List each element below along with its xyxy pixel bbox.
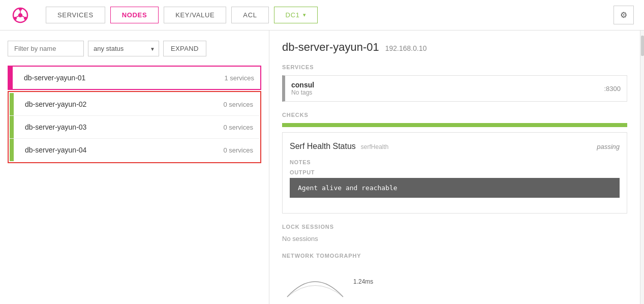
svg-point-2 bbox=[19, 8, 22, 11]
node-status-indicator bbox=[10, 139, 14, 161]
output-label: OUTPUT bbox=[290, 169, 620, 175]
svg-line-7 bbox=[16, 16, 19, 17]
right-panel: db-server-yayun-01 192.168.0.10 SERVICES… bbox=[269, 31, 640, 304]
logo bbox=[10, 5, 30, 25]
highlighted-nodes-group: db-server-yayun-02 0 services db-server-… bbox=[8, 91, 261, 163]
output-box: Agent alive and reachable bbox=[290, 178, 620, 198]
network-arc-svg bbox=[282, 264, 348, 299]
services-section-label: SERVICES bbox=[282, 64, 627, 70]
check-id: serfHealth bbox=[361, 143, 389, 150]
node-status-indicator bbox=[9, 67, 13, 89]
service-port: :8300 bbox=[604, 85, 621, 93]
network-chart-area: 1.24ms bbox=[282, 264, 627, 299]
check-name: Serf Health Status bbox=[290, 142, 356, 151]
node-status-indicator bbox=[10, 116, 14, 138]
node-item[interactable]: db-server-yayun-02 0 services bbox=[10, 93, 259, 116]
latency-value: 1.24ms bbox=[353, 278, 373, 285]
status-select-wrapper: any status passing warning critical bbox=[88, 41, 159, 56]
settings-button[interactable]: ⚙ bbox=[614, 6, 634, 24]
gear-icon: ⚙ bbox=[620, 11, 627, 19]
node-title-name: db-server-yayun-01 bbox=[282, 41, 379, 54]
checks-section: CHECKS Serf Health Status serfHealth pas… bbox=[282, 112, 627, 214]
network-tomography-section: NETWORK TOMOGRAPHY 1.24ms bbox=[282, 253, 627, 299]
left-panel: any status passing warning critical EXPA… bbox=[0, 31, 269, 304]
services-section: SERVICES consul No tags :8300 bbox=[282, 64, 627, 102]
notes-label: NOTES bbox=[290, 159, 620, 165]
top-nav: SERVICES NODES KEY/VALUE ACL DC1 ▾ ⚙ bbox=[0, 0, 644, 31]
filter-bar: any status passing warning critical EXPA… bbox=[8, 41, 261, 56]
node-title: db-server-yayun-01 192.168.0.10 bbox=[282, 41, 627, 54]
dc-nav-button[interactable]: DC1 ▾ bbox=[274, 7, 318, 23]
expand-button[interactable]: EXPAND bbox=[163, 41, 206, 56]
node-item[interactable]: db-server-yayun-04 0 services bbox=[10, 139, 259, 161]
service-name: consul bbox=[291, 81, 314, 89]
check-detail: Serf Health Status serfHealth passing NO… bbox=[282, 132, 627, 214]
check-row: Serf Health Status serfHealth passing bbox=[290, 138, 620, 155]
lock-sessions-label: LOCK SESSIONS bbox=[282, 224, 627, 230]
no-sessions-text: No sessions bbox=[282, 235, 627, 242]
svg-point-1 bbox=[18, 13, 22, 17]
node-list: db-server-yayun-01 1 services db-server-… bbox=[8, 66, 261, 163]
scroll-track[interactable] bbox=[640, 31, 644, 304]
node-item[interactable]: db-server-yayun-01 1 services bbox=[8, 66, 261, 90]
check-status: passing bbox=[597, 143, 620, 150]
scroll-thumb bbox=[641, 36, 644, 56]
main-layout: any status passing warning critical EXPA… bbox=[0, 31, 644, 304]
node-status-indicator bbox=[10, 93, 14, 115]
check-status-bar bbox=[282, 123, 627, 127]
node-title-ip: 192.168.0.10 bbox=[385, 44, 427, 52]
services-nav-button[interactable]: SERVICES bbox=[46, 7, 105, 23]
keyvalue-nav-button[interactable]: KEY/VALUE bbox=[164, 7, 226, 23]
acl-nav-button[interactable]: ACL bbox=[231, 7, 268, 23]
chevron-down-icon: ▾ bbox=[303, 12, 306, 18]
service-tags: No tags bbox=[291, 89, 314, 96]
lock-sessions-section: LOCK SESSIONS No sessions bbox=[282, 224, 627, 242]
filter-name-input[interactable] bbox=[8, 41, 84, 56]
nodes-nav-button[interactable]: NODES bbox=[110, 7, 159, 23]
service-row: consul No tags :8300 bbox=[282, 75, 627, 102]
node-item[interactable]: db-server-yayun-03 0 services bbox=[10, 116, 259, 139]
status-select[interactable]: any status passing warning critical bbox=[88, 41, 159, 56]
checks-section-label: CHECKS bbox=[282, 112, 627, 118]
network-tomography-label: NETWORK TOMOGRAPHY bbox=[282, 253, 627, 259]
svg-line-6 bbox=[22, 16, 24, 17]
